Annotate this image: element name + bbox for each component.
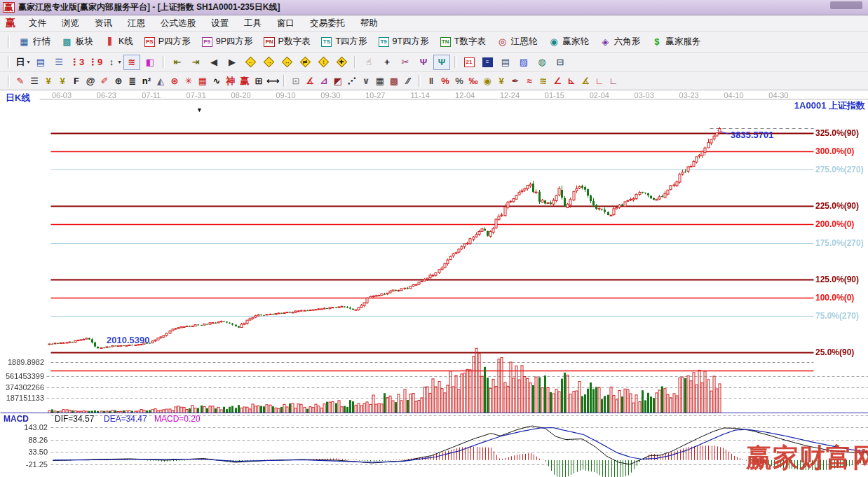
tools-teal-button[interactable]: Ψ [433, 55, 450, 70]
chart-window-button[interactable]: ▤ [32, 55, 49, 70]
cycle-circle-tool[interactable]: ⊕ [112, 74, 125, 88]
grid-target-tool[interactable]: ▦ [196, 74, 209, 88]
menu-item-help[interactable]: 帮助 [353, 15, 386, 32]
angle-gold-tool[interactable]: ∡ [579, 74, 592, 88]
menu-item-window[interactable]: 窗口 [269, 15, 302, 32]
menu-item-browse[interactable]: 浏览 [54, 15, 87, 32]
gann-grid2-tool[interactable]: ▩ [388, 74, 400, 88]
percent-tool[interactable]: % [453, 74, 466, 88]
next-bar-button[interactable]: ▶ [224, 55, 240, 70]
p-number-table-button[interactable]: PNP数字表 [258, 34, 316, 49]
fan-grid-tool[interactable]: ◩ [332, 74, 344, 88]
p-number-table-button-label: P数字表 [278, 36, 311, 48]
window-controls[interactable] [830, 1, 862, 9]
pan-right-button[interactable]: → [260, 55, 277, 70]
menu-item-tools[interactable]: 工具 [236, 15, 269, 32]
kline-button[interactable]: ⫼K线 [99, 34, 139, 49]
zoom-in-h-button[interactable]: ⇄ [297, 55, 313, 70]
calculator-button[interactable]: ≡ [479, 55, 496, 70]
macd-dea-value: DEA=34.47 [104, 414, 147, 424]
macd-pane-title[interactable]: MACD [4, 414, 29, 424]
gann-fan-tool[interactable]: ∡ [304, 74, 316, 88]
n-square-tool[interactable]: n² [140, 74, 153, 88]
golden-ruler-tool[interactable]: ¥ [42, 74, 55, 88]
zigzag-tool[interactable]: ∨ [360, 74, 372, 88]
wave-channel-tool[interactable]: ≈ [523, 74, 536, 88]
quotes-button[interactable]: ▦行情 [13, 34, 56, 49]
spiral-tool[interactable]: @ [84, 74, 97, 88]
web-button[interactable]: ◍ [534, 55, 550, 70]
last-bar-button[interactable]: ⇥ [187, 55, 204, 70]
wave-mode-button[interactable]: ≋ [123, 55, 140, 70]
angle-jin-tool[interactable]: ∟ [593, 74, 606, 88]
fibonacci-f-tool[interactable]: F [70, 74, 83, 88]
winner-service-button[interactable]: $赢家服务 [646, 34, 706, 49]
width-measure-tool[interactable]: ⟷ [266, 74, 279, 88]
calendar-button[interactable]: 21 [461, 55, 477, 70]
winner-wheel-button[interactable]: ◉赢家轮 [543, 34, 595, 49]
pan-left-button[interactable]: ← [242, 55, 259, 70]
hand-tool-button[interactable]: ☝ [360, 55, 377, 70]
fan-box-tool[interactable]: ⊿ [318, 74, 330, 88]
erase-drawing-button[interactable]: ✂ [397, 55, 414, 70]
hexagon-button[interactable]: ◈六角形 [595, 34, 646, 49]
gann-grid-tool[interactable]: ▦ [374, 74, 386, 88]
golden-ruler2-tool[interactable]: ¥ [56, 74, 69, 88]
angle-ying-tool[interactable]: ∟ [607, 74, 620, 88]
parallel-lines-tool[interactable]: ∕∕ [402, 74, 414, 88]
candle-width-button[interactable]: ↕▾ [105, 55, 122, 70]
winner-service-button-icon: $ [651, 37, 662, 46]
ink-pen-tool[interactable]: ✒ [509, 74, 522, 88]
gold-channel-tool[interactable]: ≋ [537, 74, 550, 88]
zoom-all-button[interactable]: ✚ [333, 55, 350, 70]
compass-tool[interactable]: ⊛ [168, 74, 181, 88]
star-tool[interactable]: ✳ [182, 74, 195, 88]
brush-tool[interactable]: ✐ [98, 74, 111, 88]
gann-wheel-button[interactable]: ◎江恩轮 [491, 34, 543, 49]
title-bar[interactable]: 赢 赢家江恩专业版[赢家内部服务平台] - [上证指数 SH1A0001-235… [0, 0, 868, 15]
gold-lines-tool[interactable]: ¥ [495, 74, 508, 88]
p9-square-button[interactable]: P99P四方形 [196, 34, 259, 49]
print-button[interactable]: ⊟ [552, 55, 569, 70]
zoom-out-h-button[interactable]: ↔ [278, 55, 295, 70]
sectors-button[interactable]: ▩板块 [56, 34, 99, 49]
pencil-tool[interactable]: ✎ [14, 74, 27, 88]
percent-red-tool[interactable]: % [439, 74, 452, 88]
shen-tool[interactable]: 神 [224, 74, 237, 88]
menu-item-news[interactable]: 资讯 [87, 15, 120, 32]
bars3-button[interactable]: ⋮3 [69, 55, 86, 70]
zoom-out-v-button[interactable]: ↕ [315, 55, 332, 70]
info-f10-button[interactable]: ☰ [50, 55, 67, 70]
angle-j-tool[interactable]: ∠ [551, 74, 564, 88]
permille-tool[interactable]: ‰ [467, 74, 480, 88]
scale-axis-tool[interactable]: ‖ [425, 74, 438, 88]
t9-square-button[interactable]: T99T四方形 [373, 34, 435, 49]
color-chart-button[interactable]: ◧ [142, 55, 158, 70]
first-bar-button[interactable]: ⇤ [169, 55, 186, 70]
bars9-button[interactable]: ⋮9 [87, 55, 104, 70]
t-number-table-button[interactable]: TNT数字表 [435, 34, 491, 49]
wave-marks-tool[interactable]: ∿ [210, 74, 223, 88]
yingjia-tool[interactable]: 赢 [238, 74, 251, 88]
trend-rays-tool[interactable]: ⋰ [346, 74, 358, 88]
ruler-lines-tool[interactable]: ≣ [126, 74, 139, 88]
menu-item-file[interactable]: 文件 [21, 15, 54, 32]
frame-tool[interactable]: ⊡ [290, 74, 302, 88]
period-day-button[interactable]: 日▾ [14, 55, 31, 70]
gold-circle-tool[interactable]: ◉ [481, 74, 494, 88]
prev-bar-button[interactable]: ◀ [205, 55, 222, 70]
angle-f-tool[interactable]: ⊾ [565, 74, 578, 88]
crosshair-button[interactable]: + [379, 55, 395, 70]
menu-item-gann[interactable]: 江恩 [120, 15, 153, 32]
horizontal-grid-tool[interactable]: ☰ [28, 74, 41, 88]
t-square-button[interactable]: TST四方形 [316, 34, 372, 49]
protractor-tool[interactable]: ◭ [154, 74, 167, 88]
notes-button[interactable]: ▤ [497, 55, 514, 70]
save-button[interactable]: ▨ [515, 55, 532, 70]
menu-item-trade-entrust[interactable]: 交易委托 [302, 15, 353, 32]
ruler-123-tool[interactable]: ⊞ [252, 74, 265, 88]
menu-item-formula-stock-pick[interactable]: 公式选股 [153, 15, 203, 32]
p-square-button[interactable]: PSP四方形 [139, 34, 196, 49]
menu-item-settings[interactable]: 设置 [203, 15, 236, 32]
tools-purple-button[interactable]: Ψ [415, 55, 432, 70]
